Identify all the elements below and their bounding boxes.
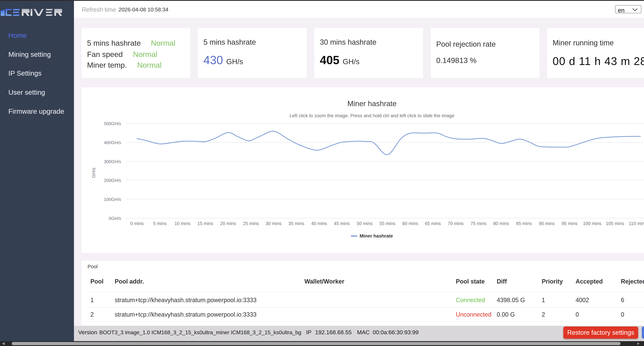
svg-text:Miner hashrate: Miner hashrate <box>347 99 396 108</box>
svg-text:45 mins: 45 mins <box>334 221 350 226</box>
svg-text:95 mins: 95 mins <box>562 221 578 226</box>
svg-text:85 mins: 85 mins <box>516 221 532 226</box>
svg-text:Miner hashrate: Miner hashrate <box>360 233 393 239</box>
svg-text:60 mins: 60 mins <box>402 221 418 226</box>
svg-text:15 mins: 15 mins <box>198 221 213 226</box>
svg-text:20 mins: 20 mins <box>220 221 236 226</box>
svg-text:30 mins: 30 mins <box>266 221 282 226</box>
svg-text:100 mins: 100 mins <box>583 221 602 226</box>
svg-text:110 mins: 110 mins <box>629 221 644 226</box>
svg-text:105 mins: 105 mins <box>606 221 624 226</box>
svg-text:75 mins: 75 mins <box>470 221 486 226</box>
svg-text:40 mins: 40 mins <box>311 221 327 226</box>
svg-text:Left click to zoom the image.: Left click to zoom the image. Press and … <box>290 113 454 118</box>
svg-text:10 mins: 10 mins <box>174 221 190 226</box>
svg-text:65 mins: 65 mins <box>425 221 441 226</box>
svg-text:0 mins: 0 mins <box>130 221 144 226</box>
svg-text:0GH/s: 0GH/s <box>109 216 121 221</box>
svg-text:GH/s: GH/s <box>91 168 96 178</box>
svg-text:100GH/s: 100GH/s <box>104 197 121 202</box>
svg-text:70 mins: 70 mins <box>448 221 464 226</box>
svg-text:5 mins: 5 mins <box>153 221 166 226</box>
svg-text:55 mins: 55 mins <box>380 221 396 226</box>
svg-text:90 mins: 90 mins <box>539 221 555 226</box>
svg-text:200GH/s: 200GH/s <box>104 178 121 183</box>
svg-text:50 mins: 50 mins <box>357 221 373 226</box>
svg-text:25 mins: 25 mins <box>243 221 259 226</box>
svg-text:400GH/s: 400GH/s <box>104 140 121 145</box>
svg-text:80 mins: 80 mins <box>493 221 509 226</box>
svg-text:35 mins: 35 mins <box>288 221 304 226</box>
svg-text:300GH/s: 300GH/s <box>104 159 121 164</box>
svg-text:500GH/s: 500GH/s <box>104 121 121 126</box>
